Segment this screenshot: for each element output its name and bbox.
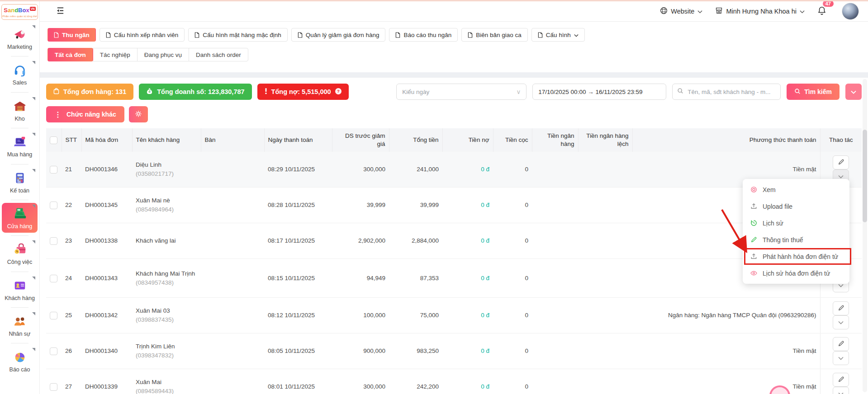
context-menu-item-upload-file[interactable]: Upload file [743, 198, 849, 215]
column-header-tien-ngan-hang: Tiền ngân hàng [532, 128, 578, 152]
cell-deposit: 0 [493, 369, 532, 394]
row-checkbox[interactable] [50, 383, 57, 391]
module-tab-bao-cao-thu-ngan[interactable]: Báo cáo thu ngân [389, 28, 458, 42]
context-menu-item-xem[interactable]: Xem [743, 181, 849, 198]
context-menu-item-phat-hanh-hoa-don-dien-tu[interactable]: Phát hành hóa đơn điện tử [743, 248, 849, 265]
vertical-scrollbar[interactable] [863, 79, 867, 392]
scrollbar-thumb[interactable] [863, 130, 867, 222]
row-actions-dropdown-button[interactable] [833, 315, 849, 329]
filter-tab-tat-ca-don[interactable]: Tất cả đơn [47, 48, 93, 61]
cell-payment-method: Ngân hàng: Ngân hàng TMCP Quân đội (0963… [632, 298, 820, 333]
row-checkbox[interactable] [50, 202, 57, 209]
context-menu-item-label: Upload file [763, 203, 792, 210]
module-tab-cau-hinh-xep-nhan-vien[interactable]: Cấu hình xếp nhân viên [100, 28, 185, 42]
cell-deposit: 0 [493, 223, 532, 259]
search-field[interactable] [672, 84, 781, 100]
kebab-icon: ⋮ [54, 110, 62, 119]
sidebar-item-cong-viec[interactable]: Công việc [2, 239, 38, 268]
cell-customer: Khách hàng Mai Trịnh(0834957438) [132, 259, 201, 298]
document-icon [194, 32, 199, 38]
date-type-select[interactable]: Kiểu ngày ∨ [396, 84, 526, 100]
date-range-input[interactable] [532, 84, 666, 100]
context-menu-item-lich-su[interactable]: Lịch sử [743, 215, 849, 231]
search-button[interactable]: Tìm kiếm [787, 84, 840, 100]
context-menu-item-label: Lịch sử [763, 220, 783, 227]
invoice-row-DH0001346[interactable]: 21DH0001346Diệu Linh(0358021717)08:29 10… [46, 152, 862, 188]
notifications-button[interactable]: 47 [817, 6, 826, 17]
logo-letter: S [4, 7, 8, 14]
submenu-corner-marker [32, 348, 35, 351]
app-logo[interactable]: SandBoxVN Phần mềm quản trị tổng thể [1, 4, 38, 20]
stat-exclamation-button[interactable]: Tổng nợ: 5,515,000? [257, 84, 349, 100]
sidebar-item-ke-toan[interactable]: Kế toán [2, 167, 38, 197]
row-checkbox[interactable] [50, 275, 57, 282]
cell-invoice-code: DH0001338 [81, 223, 132, 259]
column-header-tien-ngan-hang-lech: Tiền ngân hàng lệch [578, 128, 632, 152]
sidebar-item-kho[interactable]: Kho [2, 95, 38, 125]
cell-total: 75,000 [389, 298, 442, 333]
divider [11, 307, 28, 308]
row-checkbox[interactable] [50, 347, 57, 355]
invoice-row-DH0001338[interactable]: 23DH0001338Khách vãng lai08:17 10/11/202… [46, 223, 862, 259]
sidebar-item-cua-hang[interactable]: Cửa hàng [2, 203, 38, 233]
cell-stt: 26 [62, 333, 81, 369]
stat-order-bag-button[interactable]: Tổng đơn hàng: 131 [46, 84, 133, 100]
search-button-label: Tìm kiếm [804, 88, 832, 95]
logo-letter: d [14, 7, 18, 14]
collapse-sidebar-icon[interactable] [56, 7, 65, 16]
edit-invoice-button[interactable] [833, 155, 849, 169]
sidebar-item-label: Sales [3, 80, 37, 86]
filter-tab-danh-sach-order[interactable]: Danh sách order [189, 48, 248, 61]
customer-name: Xuân Mai [136, 378, 197, 386]
filter-tab-dang-phuc-vu[interactable]: Đang phục vụ [137, 48, 189, 61]
more-functions-button[interactable]: ⋮ Chức năng khác [46, 106, 124, 122]
sidebar-item-label: Kho [3, 116, 37, 122]
divider [11, 56, 28, 56]
invoice-row-DH0001343[interactable]: 24DH0001343Khách hàng Mai Trịnh(08349574… [46, 259, 862, 298]
user-avatar[interactable] [842, 3, 859, 20]
edit-invoice-button[interactable] [833, 373, 849, 387]
module-tab-thu-ngan[interactable]: Thu ngân [47, 28, 96, 42]
row-checkbox[interactable] [50, 166, 57, 174]
row-checkbox[interactable] [50, 237, 57, 245]
module-tab-cau-hinh-mat-hang-mac-dinh[interactable]: Cấu hình mặt hàng mặc định [188, 28, 287, 42]
sidebar-item-marketing[interactable]: Marketing [2, 23, 38, 53]
sidebar-item-mua-hang[interactable]: Mua hàng [2, 131, 38, 161]
cell-bank [532, 152, 578, 188]
row-actions-dropdown-button[interactable] [833, 351, 849, 365]
module-tab-quan-ly-giam-gia-don-hang[interactable]: Quản lý giảm giá đơn hàng [291, 28, 386, 42]
sidebar-item-khach-hang[interactable]: Khách hàng [2, 275, 38, 305]
column-header-tong-tien: Tổng tiền [389, 128, 442, 152]
context-menu-item-thong-tin-thue[interactable]: Thông tin thuế [743, 231, 849, 248]
sidebar-item-label: Mua hàng [3, 151, 37, 158]
select-all-checkbox[interactable] [50, 136, 57, 144]
upload-icon [750, 203, 758, 210]
sidebar-item-nhan-su[interactable]: Nhân sự [2, 310, 38, 340]
sidebar-item-sales[interactable]: Sales [2, 59, 38, 89]
table-header-row: STTMã hóa đơnTên khách hàngBànNgày thanh… [46, 128, 862, 152]
row-checkbox[interactable] [50, 312, 57, 319]
search-options-button[interactable] [845, 84, 862, 100]
invoice-row-DH0001342[interactable]: 25DH0001342Xuân Mai 03(0398837435)08:12 … [46, 298, 862, 333]
edit-invoice-button[interactable] [833, 337, 849, 351]
stat-money-bag-button[interactable]: đTổng doanh số: 123,830,787 [139, 84, 251, 100]
organization-menu[interactable]: Minh Hưng Nha Khoa hi [715, 7, 805, 16]
chevron-down-icon [838, 355, 844, 361]
row-actions-dropdown-button[interactable] [833, 387, 849, 394]
search-input[interactable] [687, 88, 776, 96]
module-tab-cau-hinh[interactable]: Cấu hình [531, 28, 585, 42]
edit-invoice-button[interactable] [833, 301, 849, 315]
settings-button[interactable] [129, 106, 148, 122]
website-menu[interactable]: Website [660, 7, 702, 16]
stat-label: Tổng nợ: 5,515,000 [271, 88, 331, 95]
module-tab-bien-ban-giao-ca[interactable]: Biên bản giao ca [461, 28, 528, 42]
invoice-row-DH0001345[interactable]: 22DH0001345Xuân Mai nè(0854984964)08:28 … [46, 188, 862, 223]
context-menu-item-lich-su-hoa-don-dien-tu[interactable]: Lịch sử hóa đơn điện tử [743, 265, 849, 281]
filter-tab-tac-nghiep[interactable]: Tác nghiệp [93, 48, 138, 61]
sidebar-item-bao-cao[interactable]: Báo cáo [2, 346, 38, 376]
invoice-row-DH0001340[interactable]: 26DH0001340Trịnh Kim Liên(0398347832)08:… [46, 333, 862, 369]
cell-checkbox [46, 259, 62, 298]
logo-letter: n [11, 7, 14, 14]
filter-tab-label: Đang phục vụ [144, 52, 182, 58]
invoice-row-DH0001339[interactable]: 27DH0001339Xuân Mai(0894589443)08:01 10/… [46, 369, 862, 394]
